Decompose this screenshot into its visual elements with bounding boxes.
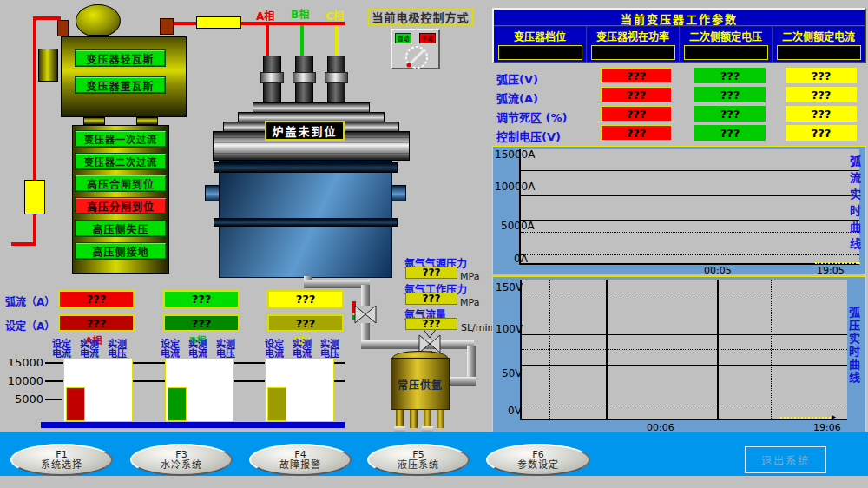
hmi-screen: A相 B相 C相 当前电极控制方式 自动 手动 变压器轻瓦斯 变压器重瓦斯 变压… <box>0 0 868 488</box>
arc-voltage-plot-area <box>520 280 847 420</box>
phase-c-label: C相 <box>326 8 344 23</box>
value-tap-position <box>498 45 582 60</box>
control-voltage-b: ??? <box>694 125 766 141</box>
trend2-ytick-0: 150V <box>496 281 523 293</box>
furnace-band-upper <box>214 162 398 173</box>
trend2-cursor-arrow: ▸ <box>832 412 836 421</box>
control-voltage-label: 控制电压(V) <box>496 128 561 144</box>
col-header: 设定电流 <box>159 340 181 359</box>
cabinet-stub-right <box>136 117 158 125</box>
f1-label: 系统选择 <box>41 460 82 471</box>
bar-panel-a <box>63 359 133 422</box>
gridline-dashed <box>522 406 847 406</box>
arc-voltage-label: 弧压(V) <box>496 70 538 87</box>
bar-ytick-10000: 10000 <box>7 374 43 387</box>
gridline-vertical-dashed <box>771 280 772 419</box>
f1-system-select-button[interactable]: F1 系统选择 <box>10 444 113 476</box>
value-apparent-power <box>591 45 675 60</box>
fuse-box <box>196 16 241 29</box>
deadband-b: ??? <box>694 106 766 122</box>
f3-label: 水冷系统 <box>161 460 202 471</box>
argon-source-pressure-value: ??? <box>405 267 457 279</box>
setpoint-c: ??? <box>267 314 344 332</box>
arc-current-param-a: ??? <box>601 87 672 102</box>
deadband-c: ??? <box>786 106 857 122</box>
f3-water-cooling-button[interactable]: F3 水冷系统 <box>130 444 233 476</box>
arc-current-label: 弧流(A) <box>496 89 538 106</box>
f6-label: 参数设定 <box>517 460 559 471</box>
control-mode-title: 当前电极控制方式 <box>368 9 473 25</box>
gridline-dashed <box>522 349 847 350</box>
argon-flow-value: ??? <box>405 318 457 330</box>
tank-leg-3 <box>424 410 431 428</box>
col-header: 实测电压 <box>319 340 341 359</box>
bottom-gray-strip <box>0 476 868 488</box>
bar-panel-c <box>265 359 334 422</box>
col-header: 设定电流 <box>263 340 286 359</box>
f4-label: 故障报警 <box>279 460 321 471</box>
auto-button[interactable]: 自动 <box>395 33 411 43</box>
gridline <box>522 334 847 335</box>
manual-button[interactable]: 手动 <box>419 33 436 43</box>
oil-conservator-dome <box>76 4 121 37</box>
isolator-box-left <box>24 180 45 214</box>
gridline-dashed <box>522 293 847 293</box>
alarm-light-gas: 变压器轻瓦斯 <box>75 49 166 67</box>
tank-leg-2 <box>410 410 418 428</box>
f6-key: F6 <box>532 450 543 460</box>
bar-col-headers-b: 设定电流 实测电流 实测电压 <box>159 340 237 359</box>
gridline-vertical <box>606 280 608 419</box>
arc-voltage-a: ??? <box>601 68 672 83</box>
f4-fault-alarm-button[interactable]: F4 故障报警 <box>249 444 352 476</box>
bar-panel-b <box>165 359 234 422</box>
alarm-hv-voltage-loss: 高压侧失压 <box>75 220 167 237</box>
trend1-ytick-3: 0A <box>514 253 528 265</box>
bushing-left <box>57 20 69 36</box>
bar-col-headers-c: 设定电流 实测电流 实测电压 <box>263 340 341 359</box>
phase-b-label: B相 <box>291 6 309 21</box>
bar-chart-base <box>41 422 345 428</box>
alarm-primary-overcurrent: 变压器一次过流 <box>75 130 167 148</box>
pipe-run-4 <box>361 340 474 349</box>
electrode-a-collar <box>260 72 284 83</box>
mode-selector-knob[interactable] <box>401 44 432 70</box>
f5-hydraulic-button[interactable]: F5 液压系统 <box>367 444 470 476</box>
bus-line <box>241 22 345 25</box>
trend1-cursor-line <box>815 262 860 264</box>
bar-tick-5000 <box>45 399 62 400</box>
exit-system-button[interactable]: 退出系统 <box>745 446 826 473</box>
phase-a-label: A相 <box>256 8 274 23</box>
argon-tank-label: 常压供氩 <box>398 377 443 392</box>
pipe-run-2 <box>361 285 370 306</box>
argon-flow-unit: SL/min <box>461 322 494 333</box>
setpoint-row-label: 设定（A） <box>5 318 55 333</box>
phase-c-drop <box>335 25 339 60</box>
f1-key: F1 <box>56 450 67 460</box>
f4-key: F4 <box>294 450 306 460</box>
trend2-cursor-line <box>780 417 831 419</box>
bar-ytick-5000: 5000 <box>7 392 43 406</box>
phase-b-drop <box>300 25 304 60</box>
arc-current-row-label: 弧流（A） <box>5 293 55 308</box>
arc-voltage-trend-title: 弧压实时曲线 <box>845 307 862 385</box>
col-secondary-current: 二次侧额定电流 <box>773 29 865 43</box>
arc-current-plot-area <box>519 149 859 265</box>
phase-a-drop <box>266 25 269 60</box>
alarm-heavy-gas: 变压器重瓦斯 <box>75 76 166 94</box>
valve-1[interactable] <box>354 304 377 325</box>
function-key-bar: F1 系统选择 F3 水冷系统 F4 故障报警 F5 液压系统 F6 参数设定 … <box>0 432 868 476</box>
f5-label: 液压系统 <box>398 460 439 471</box>
f6-parameter-set-button[interactable]: F6 参数设定 <box>486 444 590 476</box>
hv-wire-bottom-stub <box>11 242 36 246</box>
hv-wire-left-vertical <box>33 16 36 181</box>
gridline-vertical-dashed <box>549 280 550 419</box>
hv-wire-left-vertical-2 <box>33 214 36 246</box>
control-voltage-c: ??? <box>786 125 857 141</box>
hv-wire-to-fuse <box>174 22 198 25</box>
transformer-params-table: 当前变压器工作参数 变压器档位 变压器视在功率 二次侧额定电压 二次侧额定电流 <box>492 8 866 63</box>
gridline-vertical <box>717 280 719 419</box>
arc-current-b: ??? <box>163 290 240 308</box>
trend1-ytick-1: 10000A <box>495 181 535 193</box>
furnace-nozzle-right <box>391 185 406 201</box>
argon-work-pressure-unit: MPa <box>460 297 479 308</box>
